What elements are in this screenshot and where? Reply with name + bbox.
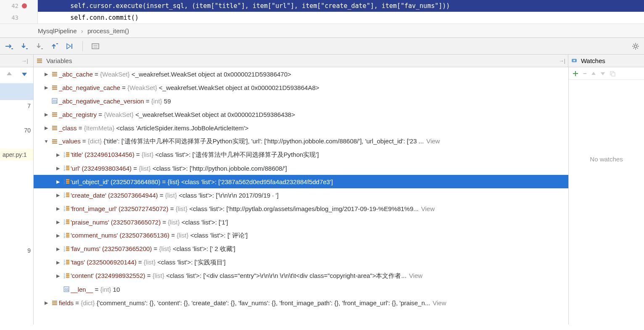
variables-panel-header[interactable]: Variables →| [34, 55, 568, 67]
expand-arrow-icon[interactable]: ▶ [42, 112, 50, 117]
variables-panel[interactable]: ▶_abc_cache = {WeakSet} <_weakrefset.Wea… [34, 67, 568, 325]
svg-rect-50 [66, 196, 69, 197]
step-into-my-icon[interactable] [34, 41, 45, 51]
add-watch-icon[interactable] [572, 70, 579, 77]
code-line[interactable]: self.conn.commit() [0, 12, 644, 24]
svg-rect-16 [52, 75, 57, 77]
svg-rect-26 [52, 127, 57, 129]
svg-text:1: 1 [63, 152, 65, 155]
variable-row[interactable]: ▶_abc_registry = {WeakSet} <_weakrefset.… [34, 108, 568, 121]
frame-down-icon[interactable] [21, 71, 28, 77]
variable-row[interactable]: ▶13'create_date' (2325073664944) = {list… [34, 188, 568, 202]
variable-eq: = [97, 111, 104, 118]
variable-row[interactable]: ▶fields = {dict} {'comment_nums': {}, 'c… [34, 296, 568, 309]
expand-arrow-icon[interactable]: ▶ [54, 179, 62, 185]
run-to-cursor-icon[interactable] [65, 41, 75, 51]
frame-item[interactable] [0, 136, 33, 149]
variable-value: 59 [162, 98, 171, 105]
frame-item[interactable] [0, 161, 33, 245]
view-link[interactable]: View [409, 272, 422, 279]
step-out-icon[interactable] [50, 41, 60, 51]
variable-row[interactable]: ▶13'url_object_id' (2325073664880) = {li… [34, 175, 568, 188]
svg-rect-60 [66, 223, 69, 224]
variable-row[interactable]: ▶13'title' (2324961034456) = {list} <cla… [34, 148, 568, 161]
variable-eq: = [158, 192, 165, 199]
breakpoint-icon[interactable] [22, 3, 27, 8]
variable-name: _values [59, 137, 81, 145]
svg-rect-39 [66, 167, 69, 169]
expand-arrow-icon[interactable]: ▶ [54, 219, 62, 225]
variable-eq: = [169, 205, 176, 212]
expand-arrow-icon[interactable]: ▶ [54, 246, 62, 252]
frame-up-icon[interactable] [6, 71, 13, 77]
remove-watch-icon[interactable]: − [583, 70, 587, 77]
variable-row[interactable]: ▶13'fav_nums' (2325073665200) = {list} <… [34, 242, 568, 256]
expand-arrow-icon[interactable]: ▼ [42, 139, 50, 144]
expand-arrow-icon[interactable]: ▶ [54, 206, 62, 211]
variable-row[interactable]: ▶13'content' (2324998932552) = {list} <c… [34, 269, 568, 282]
expand-arrow-icon[interactable]: ▶ [54, 166, 62, 171]
variable-eq: = [74, 299, 81, 306]
expand-arrow-icon[interactable]: ▶ [54, 193, 62, 198]
expand-arrow-icon[interactable]: ▶ [54, 273, 62, 279]
var-type-icon: 13 [62, 178, 71, 185]
view-link[interactable]: View [426, 137, 440, 145]
variable-row[interactable]: ▶13'comment_nums' (2325073665136) = {lis… [34, 229, 568, 242]
copy-watch-icon[interactable] [610, 71, 615, 77]
breadcrumb-method[interactable]: process_item() [87, 27, 129, 34]
variable-row[interactable]: ▶13'tags' (2325006920144) = {list} <clas… [34, 256, 568, 269]
svg-rect-74 [66, 261, 69, 263]
watch-up-icon[interactable] [591, 71, 596, 76]
svg-rect-11 [37, 62, 42, 63]
breadcrumb[interactable]: MysqlPipeline › process_item() [0, 24, 644, 38]
step-into-icon[interactable] [19, 41, 29, 51]
variable-row[interactable]: ▶_abc_negative_cache = {WeakSet} <_weakr… [34, 81, 568, 94]
variable-row[interactable]: ▼_values = {dict} {'title': ['遗传算法中几种不同选… [34, 135, 568, 148]
breadcrumb-class[interactable]: MysqlPipeline [38, 27, 77, 34]
expand-arrow-icon[interactable]: ▶ [42, 125, 50, 131]
frame-item[interactable]: 9 [0, 245, 33, 256]
frame-item[interactable]: aper.py:1 [0, 149, 33, 161]
frame-item[interactable] [0, 112, 33, 124]
watches-icon [571, 57, 578, 65]
svg-rect-68 [66, 246, 69, 248]
variable-row[interactable]: ▶_abc_cache = {WeakSet} <_weakrefset.Wea… [34, 67, 568, 81]
watch-down-icon[interactable] [600, 71, 605, 76]
expand-arrow-icon[interactable]: ▶ [42, 85, 50, 90]
variable-row[interactable]: ▶13'praise_nums' (2325073665072) = {list… [34, 215, 568, 229]
variables-title: Variables [46, 57, 72, 64]
svg-text:3: 3 [63, 249, 65, 252]
view-link[interactable]: View [421, 205, 435, 212]
expand-arrow-icon[interactable]: ▶ [54, 260, 62, 265]
variable-eq: = [161, 219, 168, 226]
frame-item[interactable] [0, 83, 33, 100]
evaluate-expression-icon[interactable] [90, 41, 100, 51]
code-editor: 42 43 self.cursor.execute(insert_sql, (i… [0, 0, 644, 24]
expand-arrow-icon[interactable]: ▶ [54, 152, 62, 158]
step-over-icon[interactable] [4, 41, 14, 51]
variable-row[interactable]: ▶13'url' (2324993803464) = {list} <class… [34, 161, 568, 175]
variable-row[interactable]: 01__len__ = {int} 10 [34, 282, 568, 296]
settings-icon[interactable] [631, 41, 641, 51]
expand-arrow-icon[interactable]: ▶ [54, 233, 62, 238]
pin-icon[interactable]: →| [559, 58, 565, 64]
variable-row[interactable]: ▶_class = {ItemMeta} <class 'ArticleSpid… [34, 121, 568, 135]
variable-value: <_weakrefset.WeakSet object at 0x0000021… [134, 111, 295, 118]
svg-text:01: 01 [53, 99, 57, 103]
variable-row[interactable]: 01_abc_negative_cache_version = {int} 59 [34, 94, 568, 108]
frame-item[interactable]: 70 [0, 124, 33, 136]
code-line-current[interactable]: self.cursor.execute(insert_sql, (item["t… [0, 0, 644, 12]
variable-name: 'tags' (2325006920144) [71, 259, 137, 266]
watches-panel-header[interactable]: Watches [568, 55, 644, 67]
expand-arrow-icon[interactable]: ▶ [42, 300, 50, 306]
svg-text:1: 1 [63, 219, 65, 222]
expand-arrow-icon[interactable]: ▶ [42, 71, 50, 77]
pin-icon[interactable]: →| [21, 58, 28, 64]
svg-rect-38 [66, 166, 69, 167]
frame-item[interactable]: 7 [0, 100, 33, 112]
variable-type: {list} [168, 219, 179, 226]
svg-rect-1 [26, 48, 28, 49]
variable-row[interactable]: ▶13'front_image_url' (2325072745072) = {… [34, 202, 568, 215]
view-link[interactable]: View [433, 299, 446, 306]
variable-value: 10 [111, 286, 120, 293]
